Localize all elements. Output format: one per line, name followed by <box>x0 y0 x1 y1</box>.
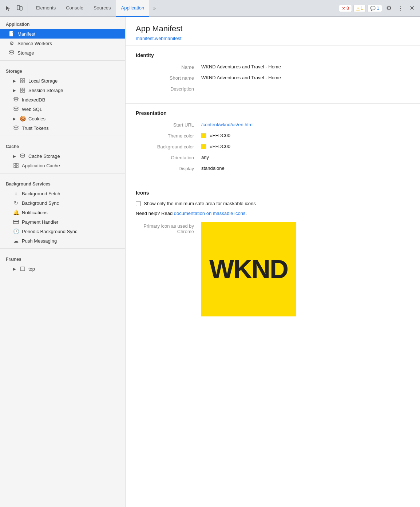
db-icon <box>9 50 15 56</box>
manifest-label: Manifest <box>17 31 35 37</box>
error-badge[interactable]: ✕ 8 <box>339 5 352 12</box>
sidebar-sep-4 <box>0 248 125 249</box>
sidebar-item-cache-storage[interactable]: ▶ Cache Storage <box>0 151 125 161</box>
message-count: 1 <box>377 6 379 11</box>
maskable-label[interactable]: Show only the minimum safe area for mask… <box>144 201 256 206</box>
short-name-value: WKND Adventures and Travel - Home <box>201 75 410 80</box>
main-container: Application Manifest ⚙ Service Workers S… <box>0 17 420 507</box>
storage-section-label: Storage <box>0 64 125 76</box>
more-options-btn[interactable]: ⋮ <box>395 3 405 13</box>
sidebar-item-storage[interactable]: Storage <box>0 48 125 57</box>
settings-icon-btn[interactable]: ⚙ <box>384 3 394 13</box>
mobile-icon-btn[interactable] <box>15 3 25 13</box>
theme-color-row: Theme color #FFDC00 <box>136 133 410 139</box>
message-icon: 💬 <box>370 6 376 11</box>
maskable-checkbox[interactable] <box>136 201 141 206</box>
svg-rect-21 <box>13 221 19 222</box>
orientation-value: any <box>201 155 410 160</box>
sync-icon: ↻ <box>13 200 19 206</box>
sidebar-item-bg-sync[interactable]: ↻ Background Sync <box>0 198 125 208</box>
grid-icon-local <box>20 78 25 84</box>
storage-label: Storage <box>17 50 34 56</box>
more-tabs-btn[interactable]: » <box>149 3 159 13</box>
name-label: Name <box>136 64 201 70</box>
orientation-row: Orientation any <box>136 155 410 160</box>
sidebar-item-service-workers[interactable]: ⚙ Service Workers <box>0 39 125 48</box>
sidebar-item-cookies[interactable]: ▶ 🍪 Cookies <box>0 114 125 123</box>
sidebar-sep-2 <box>0 136 125 136</box>
tab-elements[interactable]: Elements <box>31 0 61 17</box>
bell-icon: 🔔 <box>13 209 19 215</box>
svg-rect-6 <box>20 81 22 83</box>
short-name-row: Short name WKND Adventures and Travel - … <box>136 75 410 81</box>
badge-group: ✕ 8 △ 1 💬 1 <box>339 5 382 12</box>
icons-section: Icons Show only the minimum safe area fo… <box>126 183 420 323</box>
arrow-icon-cookies: ▶ <box>13 117 16 121</box>
indexeddb-label: IndexedDB <box>22 97 45 103</box>
svg-rect-8 <box>20 88 22 90</box>
db-icon-sql <box>13 106 19 112</box>
arrow-icon-session: ▶ <box>13 88 16 92</box>
bg-color-label: Background color <box>136 144 201 149</box>
page-title: App Manifest <box>136 24 410 33</box>
sidebar-item-frames-top[interactable]: ▶ top <box>0 264 125 274</box>
maskable-docs-link[interactable]: documentation on maskable icons <box>174 211 246 216</box>
sidebar-item-local-storage[interactable]: ▶ Local Storage <box>0 76 125 85</box>
sidebar-item-app-cache[interactable]: Application Cache <box>0 161 125 170</box>
presentation-section: Presentation Start URL /content/wknd/us/… <box>126 104 420 183</box>
arrows-icon: ↕ <box>13 191 19 196</box>
arrow-icon-cache: ▶ <box>13 154 16 158</box>
tab-sources[interactable]: Sources <box>88 0 116 17</box>
cloud-icon: ☁ <box>13 238 19 244</box>
clock-icon: 🕐 <box>13 228 19 234</box>
theme-color-label: Theme color <box>136 133 201 139</box>
help-text: Need help? Read documentation on maskabl… <box>136 211 410 216</box>
svg-rect-19 <box>16 166 18 168</box>
arrow-icon-frames: ▶ <box>13 267 16 271</box>
db-icon-cache <box>20 153 25 159</box>
toolbar-separator <box>28 3 28 13</box>
name-row: Name WKND Adventures and Travel - Home <box>136 64 410 70</box>
svg-rect-1 <box>20 7 22 10</box>
bg-fetch-label: Background Fetch <box>22 191 60 196</box>
icons-title: Icons <box>136 190 410 196</box>
sidebar-item-payment-handler[interactable]: Payment Handler <box>0 217 125 227</box>
svg-rect-10 <box>20 91 22 92</box>
bg-color-swatch <box>201 144 206 149</box>
service-workers-label: Service Workers <box>17 41 52 46</box>
sidebar-item-manifest[interactable]: Manifest <box>0 29 125 39</box>
sidebar-item-periodic-bg-sync[interactable]: 🕐 Periodic Background Sync <box>0 227 125 236</box>
svg-rect-18 <box>14 166 16 168</box>
start-url-link[interactable]: /content/wknd/us/en.html <box>201 122 254 127</box>
notifications-label: Notifications <box>22 210 48 215</box>
message-badge[interactable]: 💬 1 <box>367 5 382 12</box>
tab-application[interactable]: Application <box>116 0 150 17</box>
sidebar-item-indexeddb[interactable]: IndexedDB <box>0 95 125 104</box>
cursor-icon-btn[interactable] <box>3 3 13 13</box>
svg-rect-22 <box>20 267 25 271</box>
local-storage-label: Local Storage <box>28 78 58 84</box>
svg-point-14 <box>14 126 18 127</box>
db-icon-trust <box>13 125 19 131</box>
sidebar-item-session-storage[interactable]: ▶ Session Storage <box>0 85 125 95</box>
content-area: App Manifest manifest.webmanifest Identi… <box>126 17 420 507</box>
sidebar-item-web-sql[interactable]: Web SQL <box>0 104 125 114</box>
description-row: Description <box>136 86 410 92</box>
grid-icon-session <box>20 87 25 93</box>
close-btn[interactable]: ✕ <box>407 3 417 13</box>
sidebar-item-notifications[interactable]: 🔔 Notifications <box>0 208 125 217</box>
identity-section: Identity Name WKND Adventures and Travel… <box>126 46 420 104</box>
manifest-link[interactable]: manifest.webmanifest <box>136 36 182 41</box>
sidebar-item-bg-fetch[interactable]: ↕ Background Fetch <box>0 189 125 198</box>
sidebar-item-push-messaging[interactable]: ☁ Push Messaging <box>0 236 125 245</box>
tab-console[interactable]: Console <box>61 0 88 17</box>
svg-point-3 <box>9 51 14 52</box>
sidebar-item-trust-tokens[interactable]: Trust Tokens <box>0 123 125 133</box>
window-icon <box>20 266 25 272</box>
start-url-value: /content/wknd/us/en.html <box>201 122 410 127</box>
warning-badge[interactable]: △ 1 <box>353 5 366 12</box>
svg-point-12 <box>14 97 18 99</box>
warning-icon: △ <box>356 6 360 11</box>
manifest-icon <box>9 31 15 37</box>
devtools-toolbar: Elements Console Sources Application » ✕… <box>0 0 420 17</box>
